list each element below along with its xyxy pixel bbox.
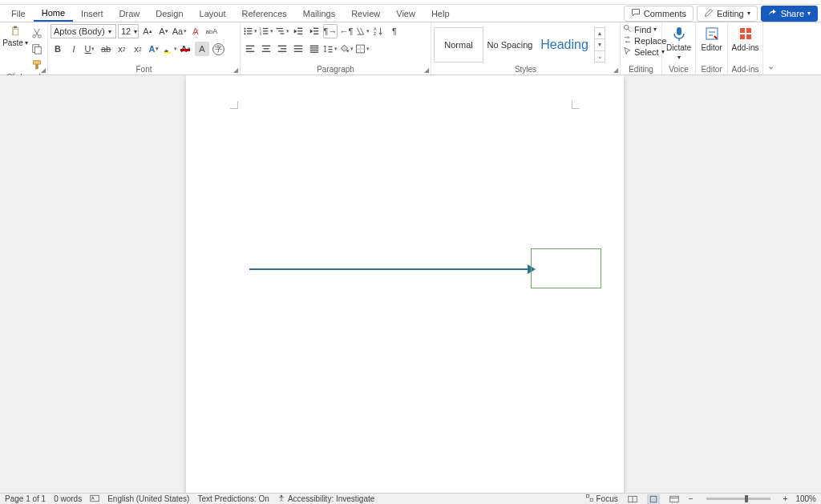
group-editing: Find▾ Replace Select▾ Editing: [621, 22, 662, 75]
dialog-launcher-icon[interactable]: ◢: [233, 67, 238, 74]
line-spacing-button[interactable]: ▾: [323, 42, 338, 56]
tab-insert[interactable]: Insert: [73, 6, 111, 21]
style-normal[interactable]: Normal: [434, 27, 483, 62]
align-right-button[interactable]: [275, 42, 289, 56]
distributed-button[interactable]: [307, 42, 322, 56]
status-page[interactable]: Page 1 of 1: [5, 494, 46, 503]
sort-button[interactable]: AZ: [371, 24, 386, 38]
dialog-launcher-icon[interactable]: ◢: [41, 67, 46, 74]
change-case-button[interactable]: Aa▾: [172, 24, 187, 38]
shrink-font-button[interactable]: A▾: [156, 24, 171, 38]
style-heading1[interactable]: Heading: [536, 27, 592, 62]
zoom-thumb[interactable]: [745, 495, 748, 502]
editing-mode-button[interactable]: Editing ▾: [697, 6, 758, 22]
share-button[interactable]: Share ▾: [761, 6, 818, 22]
clear-formatting-button[interactable]: A̷: [188, 24, 203, 38]
replace-button[interactable]: Replace: [623, 35, 666, 46]
focus-icon: [585, 494, 594, 504]
copy-button[interactable]: [30, 42, 44, 56]
bullets-button[interactable]: ▾: [243, 24, 257, 38]
zoom-level[interactable]: 100%: [795, 494, 816, 503]
font-name-combo[interactable]: Aptos (Body)▾: [51, 24, 116, 38]
dialog-launcher-icon[interactable]: ◢: [424, 67, 429, 74]
tab-view[interactable]: View: [388, 6, 423, 21]
multilevel-list-button[interactable]: ▾: [275, 24, 289, 38]
chevron-down-icon: ▾: [807, 10, 811, 17]
tab-draw[interactable]: Draw: [111, 6, 148, 21]
subscript-button[interactable]: x2: [115, 42, 129, 56]
tab-review[interactable]: Review: [343, 6, 388, 21]
zoom-out-button[interactable]: −: [689, 494, 694, 503]
rectangle-shape[interactable]: [531, 248, 601, 288]
paste-label[interactable]: Paste▾: [2, 38, 28, 47]
borders-button[interactable]: ▾: [355, 42, 370, 56]
style-no-spacing[interactable]: No Spacing: [485, 27, 535, 62]
status-accessibility[interactable]: Accessibility: Investigate: [277, 494, 374, 504]
comments-button[interactable]: Comments: [624, 6, 694, 22]
tab-home[interactable]: Home: [34, 6, 73, 22]
justify-button[interactable]: [291, 42, 305, 56]
show-marks-button[interactable]: ¶: [387, 24, 402, 38]
increase-indent-button[interactable]: [307, 24, 322, 38]
status-words[interactable]: 0 words: [54, 494, 82, 503]
dictate-button[interactable]: Dictate ▾: [665, 24, 693, 61]
status-predictions[interactable]: Text Predictions: On: [197, 494, 269, 503]
zoom-slider[interactable]: [706, 498, 770, 500]
underline-button[interactable]: U▾: [83, 42, 97, 56]
tab-file[interactable]: File: [3, 6, 34, 21]
asian-layout-button[interactable]: ▾: [355, 24, 370, 38]
svg-rect-67: [586, 494, 588, 497]
font-color-button[interactable]: A▾: [179, 42, 193, 56]
tab-references[interactable]: References: [234, 6, 295, 21]
zoom-in-button[interactable]: +: [783, 494, 788, 503]
rtl-direction-button[interactable]: ←¶: [339, 24, 354, 38]
phonetic-guide-button[interactable]: abA: [204, 24, 219, 38]
document-page[interactable]: [186, 75, 624, 493]
scroll-down-icon[interactable]: ▾: [595, 39, 605, 50]
select-button[interactable]: Select▾: [623, 46, 666, 57]
tab-help[interactable]: Help: [423, 6, 458, 21]
svg-rect-1: [14, 26, 17, 29]
highlight-button[interactable]: ▾: [163, 42, 177, 56]
paste-button[interactable]: [8, 24, 22, 38]
ltr-direction-button[interactable]: ¶→: [323, 24, 338, 38]
print-layout-view-button[interactable]: [647, 494, 660, 504]
status-language[interactable]: English (United States): [107, 494, 189, 503]
shading-button[interactable]: ▾: [339, 42, 354, 56]
web-layout-view-button[interactable]: [668, 494, 681, 504]
font-size-combo[interactable]: 12▾: [118, 24, 139, 38]
bold-button[interactable]: B: [51, 42, 65, 56]
superscript-button[interactable]: x2: [131, 42, 145, 56]
text-effects-button[interactable]: A▾: [147, 42, 161, 56]
tab-design[interactable]: Design: [148, 6, 191, 21]
tab-layout[interactable]: Layout: [192, 6, 234, 21]
group-label-voice: Voice: [665, 64, 693, 75]
read-mode-view-button[interactable]: [626, 494, 639, 504]
numbering-button[interactable]: 123▾: [259, 24, 273, 38]
expand-gallery-icon[interactable]: ⌄: [595, 51, 605, 62]
focus-mode-button[interactable]: Focus: [585, 494, 618, 504]
dialog-launcher-icon[interactable]: ◢: [613, 67, 618, 74]
group-editor: Editor Editor: [696, 22, 728, 75]
comments-label: Comments: [644, 9, 686, 18]
svg-rect-44: [294, 48, 303, 49]
arrow-shape[interactable]: [249, 268, 532, 270]
scroll-up-icon[interactable]: ▴: [595, 28, 605, 39]
addins-button[interactable]: Add-ins: [731, 24, 760, 52]
editor-button[interactable]: Editor: [698, 24, 725, 52]
strikethrough-button[interactable]: ab: [99, 42, 113, 56]
cut-button[interactable]: [30, 26, 44, 40]
italic-button[interactable]: I: [67, 42, 81, 56]
find-button[interactable]: Find▾: [623, 24, 666, 34]
decrease-indent-button[interactable]: [291, 24, 305, 38]
status-spellcheck[interactable]: [90, 494, 99, 504]
tab-mailings[interactable]: Mailings: [295, 6, 343, 21]
character-shading-button[interactable]: A: [195, 42, 209, 56]
styles-gallery-scroll[interactable]: ▴ ▾ ⌄: [594, 27, 605, 62]
enclose-characters-button[interactable]: 字: [211, 42, 225, 56]
align-left-button[interactable]: [243, 42, 257, 56]
grow-font-button[interactable]: A▴: [140, 24, 155, 38]
ribbon-collapse-button[interactable]: ⌄: [763, 22, 778, 75]
align-center-button[interactable]: [259, 42, 273, 56]
document-area[interactable]: [0, 75, 821, 493]
